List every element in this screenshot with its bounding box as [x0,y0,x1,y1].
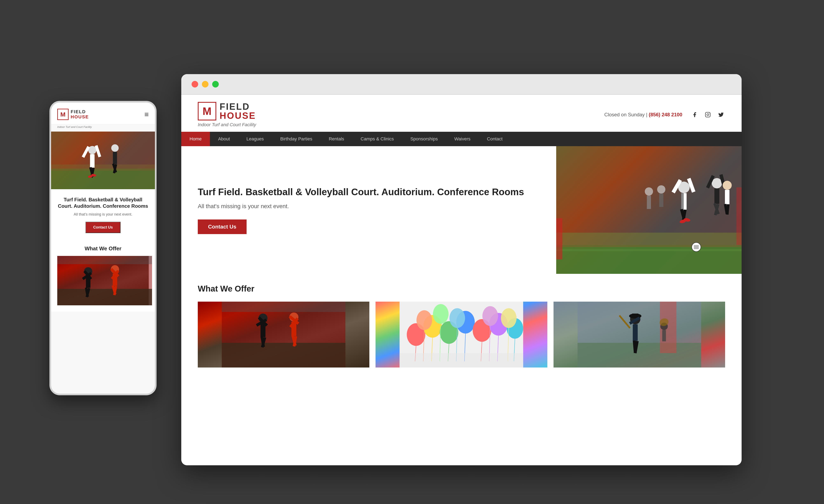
svg-rect-74 [578,343,701,368]
hero-soccer-svg [556,146,742,274]
pipe-divider: | [646,112,649,117]
offer-card-basketball [198,301,369,368]
svg-rect-27 [647,196,651,209]
offer-card-balloons [376,301,547,368]
svg-rect-79 [630,315,633,317]
svg-point-2 [709,113,709,113]
svg-rect-33 [222,343,345,368]
hero-image-placeholder [556,146,742,274]
offers-grid [198,301,725,368]
svg-rect-90 [51,132,155,171]
basketball-svg [198,301,369,368]
hero-subtitle: All that's missing is your next event. [198,203,540,210]
facebook-icon[interactable] [691,111,699,119]
svg-rect-14 [714,188,719,204]
nav-item-rentals[interactable]: Rentals [320,132,352,146]
svg-point-62 [417,310,432,330]
baseball-svg [553,301,725,368]
mobile-basketball-svg [57,256,152,305]
svg-rect-72 [400,353,523,368]
mobile-logo-icon: M [57,109,69,120]
offers-section: What We Offer [181,274,742,378]
instagram-icon[interactable] [704,111,712,119]
twitter-icon[interactable] [717,111,725,119]
svg-point-70 [501,308,517,328]
hero-image [556,146,742,274]
svg-rect-20 [725,190,729,204]
mobile-logo-text: FIELD HOUSE [71,109,89,119]
close-button[interactable] [192,81,198,88]
closed-text: Closed on Sunday [604,112,644,117]
logo-top: M FIELD HOUSE [198,102,256,120]
logo-icon: M [198,102,216,120]
mobile-logo: M FIELD HOUSE [57,109,89,120]
svg-rect-31 [736,187,742,245]
nav-item-birthday-parties[interactable]: Birthday Parties [272,132,320,146]
browser-traffic-lights [192,81,219,88]
svg-rect-30 [556,218,562,259]
mobile-hero-image [51,132,155,189]
mobile-hero-subtitle: All that's missing is your next event. [57,212,149,217]
hero-title: Turf Field. Basketball & Volleyball Cour… [198,186,540,198]
nav-item-home[interactable]: Home [181,132,210,146]
header-right: Closed on Sunday | (856) 248 2100 [604,111,725,119]
svg-rect-0 [705,112,710,117]
svg-point-26 [645,187,653,196]
hamburger-menu-icon[interactable]: ≡ [144,110,149,119]
browser-titlebar [181,74,742,95]
nav-item-camps-clinics[interactable]: Camps & Clinics [352,132,402,146]
site-nav: Home About Leagues Birthday Parties Rent… [181,132,742,146]
svg-point-97 [111,144,119,152]
desktop-browser: M FIELD HOUSE Indoor Turf and Court Faci… [181,74,742,465]
mobile-logo-subtitle: Indoor Turf and Court Facility [51,124,155,132]
offers-section-title: What We Offer [198,284,725,293]
nav-item-sponsorships[interactable]: Sponsorships [402,132,446,146]
maximize-button[interactable] [212,81,219,88]
svg-rect-86 [662,330,666,341]
hero-section: Turf Field. Basketball & Volleyball Cour… [181,146,742,274]
svg-rect-89 [51,169,155,189]
mobile-offer-card-basketball [57,256,149,305]
mobile-device: M FIELD HOUSE ≡ Indoor Turf and Court Fa… [49,101,157,395]
mobile-logo-house: HOUSE [71,115,89,119]
logo-field-text: FIELD [220,102,256,111]
balloons-svg [376,301,547,368]
mobile-hero-text-area: Turf Field. Basketball & Volleyball Cour… [51,189,155,240]
svg-rect-80 [633,324,638,341]
nav-item-waivers[interactable]: Waivers [446,132,479,146]
mobile-hero-svg [51,132,155,189]
svg-point-13 [712,178,722,188]
logo-area: M FIELD HOUSE Indoor Turf and Court Faci… [198,102,256,127]
svg-rect-4 [556,249,742,251]
svg-point-19 [723,181,732,190]
mobile-offers-section: What We Offer [51,240,155,311]
header-phone[interactable]: (856) 248 2100 [649,112,682,117]
svg-rect-29 [659,194,663,207]
hero-contact-button[interactable]: Contact Us [198,220,246,234]
svg-rect-118 [57,256,152,264]
nav-item-about[interactable]: About [210,132,238,146]
svg-rect-46 [222,301,345,312]
offer-card-baseball [553,301,725,368]
nav-item-contact[interactable]: Contact [479,132,511,146]
svg-point-66 [449,308,465,328]
mobile-logo-m-letter: M [60,111,66,118]
svg-point-28 [657,185,665,194]
logo-m-letter: M [203,106,211,117]
minimize-button[interactable] [202,81,208,88]
mobile-contact-button[interactable]: Contact Us [86,222,120,233]
logo-text-group: FIELD HOUSE [220,102,256,120]
mobile-logo-field: FIELD [71,109,89,114]
svg-rect-8 [681,193,684,210]
social-icons [691,111,725,119]
mobile-header: M FIELD HOUSE ≡ [51,103,155,124]
svg-rect-92 [90,154,95,167]
svg-rect-98 [113,152,117,164]
nav-item-leagues[interactable]: Leagues [238,132,272,146]
browser-content: M FIELD HOUSE Indoor Turf and Court Faci… [181,95,742,465]
svg-rect-105 [57,289,152,305]
site-header: M FIELD HOUSE Indoor Turf and Court Faci… [181,95,742,132]
svg-point-68 [483,306,498,326]
mobile-offers-title: What We Offer [57,245,149,252]
logo-subtitle: Indoor Turf and Court Facility [198,122,256,127]
